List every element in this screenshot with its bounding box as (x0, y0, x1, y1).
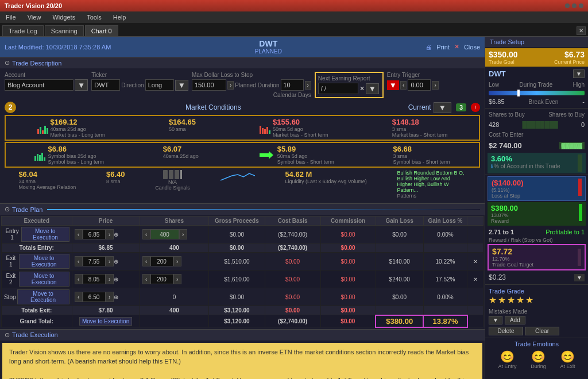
add-mistake-button[interactable]: Add (505, 316, 525, 324)
trade-goal-group: $350.00 Trade Goal (489, 50, 518, 65)
totals-exit-actions (467, 306, 483, 315)
mc-chart-5 (34, 149, 45, 161)
plan-table: Executed Price Shares Gross Proceeds Cos… (1, 216, 483, 328)
menu-widgets[interactable]: Widgets (50, 13, 78, 22)
mistakes-section: Mistakes Made ▼ Add Delete Clear (485, 307, 588, 337)
account-dropdown[interactable]: ▼ (75, 79, 88, 91)
stop-price-spin: ‹ › ⊕ (75, 292, 137, 302)
max-dollar-increment[interactable]: › (227, 81, 234, 90)
totals-exit-gl (376, 306, 423, 315)
tab-trade-log[interactable]: Trade Log (2, 25, 44, 36)
window-controls (565, 3, 583, 8)
ts-bottom-dropdown[interactable]: ▼ (574, 274, 585, 281)
mc-item-7: $5.89 50ma 5d ago Symbol bias - Short te… (258, 145, 334, 165)
stop-price-next[interactable]: › (106, 292, 114, 302)
exit1-shares-input[interactable] (150, 256, 173, 266)
entry-trigger-btn[interactable]: ▼ (387, 80, 399, 90)
mistakes-dropdown[interactable]: ▼ (489, 316, 502, 324)
clear-mistake-button[interactable]: Clear (525, 327, 559, 335)
entry1-shares-prev[interactable]: ‹ (142, 229, 150, 239)
entry1-move-btn[interactable]: Move to Execution (21, 227, 69, 242)
stop-move-btn[interactable]: Move to Execution (17, 289, 69, 304)
exit1-shares-next[interactable]: › (173, 256, 181, 266)
tab-scanning[interactable]: Scanning (45, 25, 84, 36)
mc-row-2: $6.86 Symbol bias 25d ago Symbol bias - … (7, 145, 477, 165)
delete-mistake-button[interactable]: Delete (489, 327, 523, 335)
dot2[interactable] (572, 3, 577, 8)
menu-file[interactable]: File (3, 13, 18, 22)
entry-trigger-value[interactable] (408, 79, 431, 91)
emoji-at-entry[interactable]: 😊 (498, 350, 516, 363)
entry1-price-input[interactable] (83, 229, 106, 239)
totals-entry-actions (467, 243, 483, 253)
exit2-price-input[interactable] (83, 274, 106, 284)
max-dollar-input[interactable] (192, 79, 226, 91)
stop-price-prev[interactable]: ‹ (75, 292, 83, 302)
trade-plan-label: Trade Plan (12, 206, 42, 213)
exit2-shares-prev[interactable]: ‹ (142, 274, 150, 284)
ts-symbol-row: DWT ▼ (485, 68, 588, 80)
emoji-during[interactable]: 😊 (531, 350, 546, 363)
mc-dropdown[interactable]: ▼ (434, 102, 451, 113)
exit2-price-next[interactable]: › (106, 274, 114, 284)
trade-plan-toggle[interactable]: ⊙ (5, 206, 10, 213)
mc-volume-chart (220, 170, 255, 199)
dot3[interactable] (579, 3, 583, 8)
exit2-price-prev[interactable]: ‹ (75, 274, 83, 284)
exit2-shares-input[interactable] (150, 274, 173, 284)
next-earning-input[interactable] (318, 83, 358, 94)
mc-item-5: $6.86 Symbol bias 25d ago Symbol bias - … (34, 145, 104, 165)
next-earning-dropdown[interactable]: ▼ (366, 83, 379, 94)
trade-grade-stars[interactable]: ★★★★★ (489, 295, 585, 305)
ts-reward-pct: 13.87% (491, 212, 518, 218)
grand-total-gross: $3,120.00 (209, 315, 265, 327)
trade-goal-row: $350.00 Trade Goal $6.73 Current Price (485, 48, 588, 67)
entry1-shares-spin: ‹ › (142, 229, 207, 239)
totals-exit-cost: $0.00 (265, 306, 320, 315)
entry-trigger-next[interactable]: › (432, 81, 438, 90)
exit2-shares-next[interactable]: › (173, 274, 181, 284)
mc-price-4-sub1: 3 sma (392, 126, 448, 132)
exit1-move-btn[interactable]: Move to Execution (19, 254, 69, 269)
menu-view[interactable]: View (25, 13, 44, 22)
exit1-price-input[interactable] (83, 256, 106, 266)
ticker-input[interactable] (91, 79, 120, 91)
execution-notes: Trader Vision shows us there are no earn… (2, 343, 482, 380)
exit2-move-btn[interactable]: Move to Execution (19, 272, 69, 287)
tab-chart[interactable]: Chart 0 (85, 25, 118, 36)
menu-tools[interactable]: Tools (84, 13, 104, 22)
emotions-label: Trade Emotions (489, 341, 585, 347)
duration-increment[interactable]: › (305, 81, 311, 90)
exit1-price-prev[interactable]: ‹ (75, 256, 83, 266)
entry-trigger-prev[interactable]: ‹ (400, 81, 407, 90)
direction-input[interactable] (145, 79, 174, 91)
menu-help[interactable]: Help (111, 13, 129, 22)
close-trade-button[interactable]: Close (464, 44, 480, 51)
entry1-shares-next[interactable]: › (179, 229, 187, 239)
notes-para-2: TV20/20 tells us this trade plan would g… (9, 376, 475, 379)
dot1[interactable] (565, 3, 570, 8)
main-layout: Last Modified: 10/30/2018 7:35:28 AM DWT… (0, 37, 588, 379)
grand-total-move-btn[interactable]: Move to Execution (79, 317, 132, 326)
print-button[interactable]: Print (436, 44, 450, 51)
tab-close-button[interactable]: ✕ (577, 26, 586, 35)
exit1-label-cell: Exit 1 Move to Execution (2, 253, 72, 270)
mc-warning: ! (471, 103, 480, 112)
ts-shares-label-row: Shares to Buy Shares to Buy (485, 110, 588, 119)
stop-price-input[interactable] (83, 292, 106, 302)
entry1-price-next[interactable]: › (106, 229, 114, 239)
entry1-shares-input[interactable] (150, 229, 179, 239)
trade-desc-toggle[interactable]: ⊙ (5, 59, 10, 67)
emoji-at-exit[interactable]: 😊 (560, 350, 575, 363)
account-input[interactable] (5, 79, 74, 91)
ts-dropdown-btn[interactable]: ▼ (573, 69, 585, 78)
mc-price-9: $6.04 (18, 170, 76, 179)
exit1-price-next[interactable]: › (106, 256, 114, 266)
trade-exec-toggle[interactable]: ⊙ (5, 331, 10, 339)
entry1-price-prev[interactable]: ‹ (75, 229, 83, 239)
exit1-shares-prev[interactable]: ‹ (142, 256, 150, 266)
planned-duration-input[interactable] (281, 79, 304, 91)
direction-dropdown[interactable]: ▼ (175, 80, 188, 91)
mc-price-7-sub2: Symbol bias - Short term (277, 159, 334, 165)
th-actions (467, 216, 483, 226)
